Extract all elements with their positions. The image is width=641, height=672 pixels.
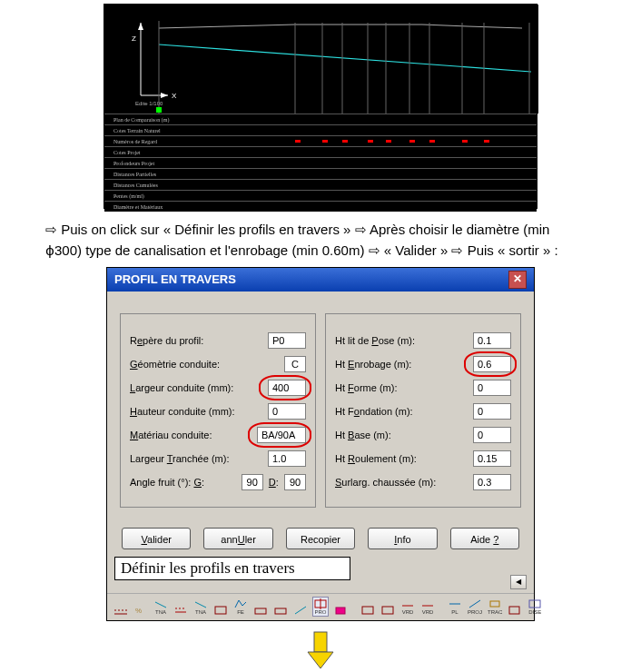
close-button[interactable]: ✕ <box>508 271 527 289</box>
profile-chart: Z X Edite 1/100 <box>104 5 537 208</box>
down-arrow-icon <box>304 630 337 670</box>
chart-row-6: Distances Cumulées <box>104 179 537 190</box>
scroll-right-button[interactable]: ◀ <box>510 575 527 589</box>
valider-button[interactable]: Valider <box>122 528 191 549</box>
materiau-label: Matériau conduite: <box>130 430 212 440</box>
svg-text:X: X <box>172 92 177 100</box>
roul-label: Ht Roulement (m): <box>335 453 417 464</box>
surl-input[interactable] <box>473 474 511 490</box>
toolbar-icon[interactable]: TNA <box>192 597 209 617</box>
toolbar: % TNA TNA FE PRO VRD VRD PL PROJ TRAC DI… <box>107 593 534 620</box>
toolbar-icon[interactable]: % <box>133 597 149 617</box>
toolbar-icon[interactable] <box>252 597 269 617</box>
angle-g-input[interactable] <box>242 474 263 490</box>
dialog-titlebar: PROFIL EN TRAVERS ✕ <box>107 268 534 292</box>
enrob-label: Ht Enrobage (m): <box>335 359 411 370</box>
tranchee-input[interactable] <box>268 450 306 467</box>
toolbar-icon-pro-highlight[interactable]: PRO <box>312 597 329 617</box>
base-label: Ht Base (m): <box>335 430 391 440</box>
svg-text:Z: Z <box>132 35 136 43</box>
toolbar-icon[interactable]: PROJ <box>467 597 483 617</box>
svg-marker-32 <box>308 652 333 668</box>
geom-label: Géomètrie conduite: <box>130 359 220 370</box>
svg-rect-31 <box>314 632 327 652</box>
toolbar-icon[interactable]: TNA <box>153 597 169 617</box>
toolbar-icon[interactable] <box>113 597 129 617</box>
instruction-line1: ⇨ Puis on click sur « Définir les profil… <box>45 222 549 237</box>
svg-rect-27 <box>382 607 393 614</box>
chart-row-2: Numéros de Regard <box>104 135 537 146</box>
base-input[interactable] <box>473 427 511 443</box>
largeur-conduite-input[interactable] <box>268 380 306 396</box>
aide-button[interactable]: Aide ? <box>450 528 519 549</box>
toolbar-icon[interactable] <box>360 597 376 617</box>
chart-row-2-label: Numéros de Regard <box>113 139 157 144</box>
profile-chart-panel: Z X Edite 1/100 <box>104 4 537 209</box>
svg-rect-18 <box>156 107 162 113</box>
largeur-label: Largeur conduite (mm): <box>130 382 233 393</box>
pose-label: Ht lit de Pose (m): <box>335 335 415 346</box>
dialog-title: PROFIL EN TRAVERS <box>114 272 236 286</box>
angle-d-input[interactable] <box>284 474 306 490</box>
fond-input[interactable] <box>473 403 511 420</box>
chart-row-3: Cotes Projet <box>104 146 537 157</box>
fond-label: Ht Fondation (m): <box>335 406 413 417</box>
hauteur-label: Hauteur conduite (mm): <box>130 406 235 417</box>
svg-rect-26 <box>362 607 373 614</box>
toolbar-icon[interactable]: TRAC <box>487 597 503 617</box>
annuler-button[interactable]: annUler <box>203 528 272 549</box>
chart-row-4: Profondeurs Projet <box>104 157 537 168</box>
svg-rect-25 <box>336 608 345 614</box>
profil-travers-dialog: PROFIL EN TRAVERS ✕ Repère du profil: Gé… <box>106 267 535 621</box>
recopier-button[interactable]: Recopier <box>286 528 355 549</box>
toolbar-icon[interactable]: VRD <box>399 597 416 617</box>
svg-rect-28 <box>490 601 499 607</box>
toolbar-icon[interactable]: FE <box>232 597 249 617</box>
repere-label: Repère du profil: <box>130 335 203 346</box>
toolbar-icon[interactable]: DISE <box>527 597 543 617</box>
svg-rect-30 <box>529 600 540 608</box>
toolbar-icon[interactable] <box>212 597 229 617</box>
chart-row-0: Plan de Comparaison (m) <box>104 114 537 124</box>
geom-input[interactable] <box>284 356 306 372</box>
pose-input[interactable] <box>473 332 511 349</box>
toolbar-icon[interactable] <box>332 597 349 617</box>
left-fieldset: Repère du profil: Géomètrie conduite: La… <box>120 313 316 508</box>
tranchee-label: Largeur Tranchée (m): <box>130 453 229 464</box>
toolbar-icon[interactable]: PL <box>447 597 463 617</box>
info-button[interactable]: Info <box>368 528 437 549</box>
svg-rect-21 <box>255 608 266 614</box>
svg-rect-20 <box>215 607 226 614</box>
svg-text:%: % <box>135 607 142 615</box>
instruction-line2: ϕ300) type de canalisation et l'enrobage… <box>45 242 558 258</box>
svg-rect-0 <box>104 5 538 114</box>
profils-travers-label: Définir les profils en travers <box>114 557 350 580</box>
chart-row-1: Cotes Terrain Naturel <box>104 124 537 135</box>
forme-label: Ht Forme (m): <box>335 382 397 393</box>
right-fieldset: Ht lit de Pose (m): Ht Enrobage (m): Ht … <box>325 313 521 508</box>
svg-rect-22 <box>275 608 286 614</box>
hauteur-conduite-input[interactable] <box>268 403 306 420</box>
chart-row-5: Distances Partielles <box>104 168 537 179</box>
toolbar-icon[interactable] <box>380 597 396 617</box>
toolbar-icon[interactable] <box>507 597 523 617</box>
toolbar-icon[interactable]: VRD <box>419 597 436 617</box>
enrob-input[interactable] <box>473 356 511 372</box>
chart-row-7: Pentes (m/ml) <box>104 190 537 201</box>
materiau-input[interactable] <box>257 427 306 443</box>
toolbar-icon[interactable] <box>173 597 189 617</box>
instruction-text: ⇨ Puis on click sur « Définir les profil… <box>0 218 641 267</box>
repere-input[interactable] <box>268 332 306 349</box>
svg-rect-29 <box>509 607 519 614</box>
chart-row-8: Diamètre et Matériaux <box>104 201 537 212</box>
toolbar-icon[interactable] <box>292 597 309 617</box>
angle-label: Angle fruit (°): G: <box>130 477 204 488</box>
toolbar-icon[interactable] <box>272 597 289 617</box>
forme-input[interactable] <box>473 380 511 396</box>
surl-label: Surlarg. chaussée (m): <box>335 477 436 488</box>
roul-input[interactable] <box>473 450 511 467</box>
